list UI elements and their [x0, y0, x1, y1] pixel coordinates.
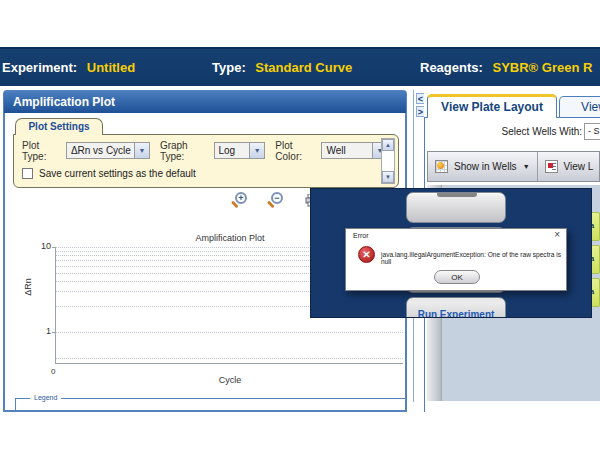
scroll-down-icon[interactable]: ▼ — [382, 171, 394, 183]
graph-type-dropdown[interactable]: Log ▼ — [214, 142, 266, 159]
error-message: java.lang.IllegalArgumentException: One … — [381, 251, 563, 265]
y-tick-10: 10 — [37, 241, 51, 251]
tab-view-plate-layout[interactable]: View Plate Layout — [427, 94, 557, 118]
legend-group: Legend — [15, 398, 405, 412]
tab-plot-settings[interactable]: Plot Settings — [15, 118, 103, 135]
ok-button[interactable]: OK — [434, 270, 480, 284]
select-wells-dropdown[interactable]: - S — [584, 123, 600, 140]
select-wells-label: Select Wells With: — [502, 126, 582, 137]
chevron-down-icon[interactable]: ▼ — [249, 143, 264, 158]
view-legend-icon — [545, 160, 558, 173]
type-label: Type: — [212, 60, 246, 75]
save-default-label: Save current settings as the default — [39, 168, 196, 179]
plot-type-label: Plot Type: — [22, 140, 63, 162]
reagents-label: Reagents: — [420, 60, 483, 75]
y-tick-1: 1 — [37, 326, 51, 336]
plot-color-label: Plot Color: — [275, 140, 318, 162]
y-axis-label: ΔRn — [23, 278, 33, 296]
zoom-out-icon[interactable]: − — [271, 192, 283, 204]
caret-down-icon: ▼ — [523, 163, 530, 170]
scroll-up-icon[interactable]: ▲ — [382, 139, 394, 151]
dialog-title: Error — [353, 232, 369, 239]
show-in-wells-button[interactable]: Show in Wells ▼ — [428, 152, 538, 181]
graph-type-label: Graph Type: — [160, 140, 211, 162]
experiment-value: Untitled — [87, 60, 135, 75]
legend-label: Legend — [30, 394, 61, 401]
experiment-label: Experiment: — [2, 60, 77, 75]
zoom-in-icon[interactable]: + — [235, 192, 247, 204]
application-window: Experiment: Untitled Type: Standard Curv… — [0, 0, 600, 450]
close-icon[interactable]: × — [554, 230, 560, 240]
error-dialog: Error × ✕ java.lang.IllegalArgumentExcep… — [345, 228, 567, 291]
type-value: Standard Curve — [255, 60, 352, 75]
run-experiment-button[interactable]: Run Experiment — [406, 297, 506, 318]
panel-title: Amplification Plot — [4, 91, 406, 113]
chevron-down-icon[interactable]: ▼ — [134, 143, 149, 158]
plate-toolbar: Show in Wells ▼ View L — [427, 151, 600, 182]
reagents-value: SYBR® Green R — [492, 60, 592, 75]
plot-type-dropdown[interactable]: ΔRn vs Cycle ▼ — [66, 142, 150, 159]
view-legend-button[interactable]: View L — [538, 152, 600, 181]
plate-wells-icon — [435, 160, 448, 173]
plot-color-dropdown[interactable]: Well ▼ — [321, 142, 388, 159]
experiment-info-bar: Experiment: Untitled Type: Standard Curv… — [0, 47, 600, 86]
run-button-top[interactable] — [406, 192, 506, 223]
error-icon: ✕ — [358, 246, 375, 263]
settings-scrollbar[interactable]: ▲ ▼ — [381, 138, 395, 184]
save-default-checkbox[interactable] — [22, 168, 33, 179]
plot-settings-group: Plot Type: ΔRn vs Cycle ▼ Graph Type: Lo… — [13, 134, 399, 188]
x-axis-label: Cycle — [55, 375, 405, 385]
tab-view-well-table[interactable]: View — [559, 96, 600, 118]
